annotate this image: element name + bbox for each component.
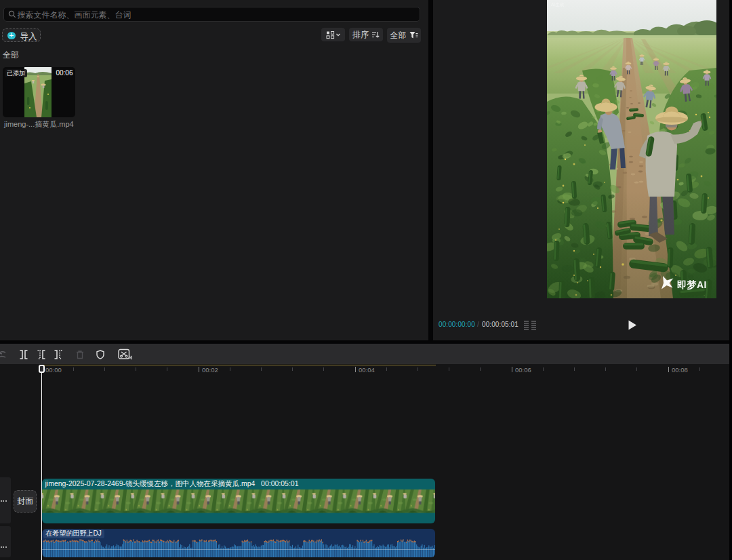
svg-text:即梦AI: 即梦AI (677, 279, 707, 290)
svg-text:AI生成: AI生成 (551, 2, 565, 7)
